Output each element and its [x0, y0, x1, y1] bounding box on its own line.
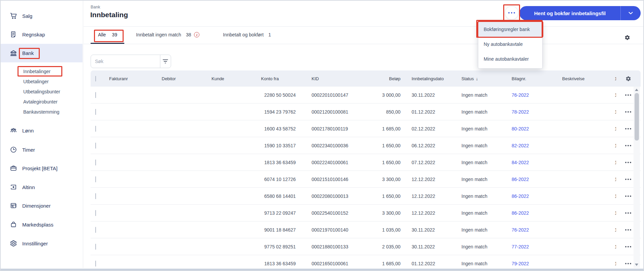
row-actions-button[interactable] [624, 92, 632, 98]
cell-belop: 2 035,00 [382, 244, 401, 249]
sidebar-subitem-innbetalinger[interactable]: Innbetalinger [23, 67, 51, 76]
column-settings-gear-icon[interactable] [624, 35, 630, 40]
cell-kid: 00021650100061 [298, 261, 360, 266]
column-header-belop[interactable]: Beløp [389, 76, 400, 81]
column-header-beskrivelse[interactable]: Beskrivelse [551, 76, 602, 81]
search-input[interactable] [91, 59, 160, 64]
more-actions-button[interactable] [505, 6, 518, 20]
row-checkbox[interactable] [95, 109, 96, 115]
bilagnr-link[interactable]: 86-2022 [512, 177, 529, 182]
row-actions-button[interactable] [624, 244, 632, 249]
table-body: 2280 50 50024 00022010100147 3 000,00 30… [91, 87, 641, 271]
row-actions-button[interactable] [624, 210, 632, 216]
cell-konto-fra: 1813 36 63459 [264, 261, 298, 266]
sidebar-item-innstillinger[interactable]: Innstillinger [1, 237, 83, 249]
bilagnr-link[interactable]: 76-2022 [512, 92, 529, 98]
row-checkbox[interactable] [95, 159, 96, 165]
sidebar-item-label: Altinn [22, 184, 35, 190]
column-header-debitor[interactable]: Debitor [162, 76, 212, 81]
tab-label: Alle [98, 32, 106, 37]
sort-descending-icon: ↓ [476, 76, 478, 81]
table-row: 1600 43 58752 00021780100119 1 685,00 02… [91, 120, 641, 137]
cell-konto-fra: 9713 22 09247 [264, 210, 298, 216]
cell-konto-fra: 6074 10 12726 [264, 177, 298, 182]
scroll-down-arrow-icon[interactable] [635, 264, 638, 266]
row-checkbox[interactable] [95, 193, 96, 199]
column-header-fakturanr[interactable]: Fakturanr [109, 76, 162, 81]
cell-belop: 3 000,00 [382, 92, 401, 98]
sidebar-item-prosjekt[interactable]: Prosjekt [BETA] [1, 162, 83, 174]
vertical-scrollbar[interactable] [634, 87, 640, 268]
row-actions-button[interactable] [624, 261, 632, 266]
tab-innbetalt-og-bokfort[interactable]: Innbetalt og bokført 1 [223, 32, 271, 37]
column-header-bilagnr[interactable]: Bilagnr. [501, 76, 551, 81]
sidebar-item-timer[interactable]: Timer [1, 144, 83, 156]
bilagnr-link[interactable]: 80-2022 [512, 126, 529, 131]
horizontal-scrollbar[interactable] [1, 269, 643, 270]
column-header-innbetalingsdato[interactable]: Innbetalingsdato [400, 76, 450, 81]
payments-table: Fakturanr Debitor Kunde Konto fra KID Be… [91, 70, 641, 271]
menu-item-bokforingsregler-bank[interactable]: Bokføringsregler bank [478, 22, 542, 37]
row-actions-button[interactable] [624, 109, 632, 115]
cell-belop: 1 035,00 [382, 227, 401, 233]
bilagnr-link[interactable]: 86-2022 [512, 210, 529, 216]
cell-innbetalingsdato: 12.12.2022 [400, 210, 450, 216]
column-header-konto-fra[interactable]: Konto fra [261, 76, 298, 81]
menu-item-ny-autobankavtale[interactable]: Ny autobankavtale [478, 37, 542, 52]
sidebar-subitem-bankavstemming[interactable]: Bankavstemming [23, 108, 59, 116]
bilagnr-link[interactable]: 84-2022 [512, 160, 529, 165]
sidebar-item-regnskap[interactable]: Regnskap [1, 28, 83, 40]
filter-button[interactable] [160, 55, 171, 68]
scrollbar-thumb[interactable] [635, 93, 639, 141]
shopping-bag-icon [9, 220, 18, 229]
bilagnr-link[interactable]: 77-2022 [512, 244, 529, 249]
row-checkbox[interactable] [95, 126, 96, 132]
column-header-kunde[interactable]: Kunde [212, 76, 261, 81]
bilagnr-link[interactable]: 86-2022 [512, 193, 529, 199]
row-checkbox[interactable] [95, 143, 96, 149]
row-checkbox[interactable] [95, 261, 96, 267]
sidebar-item-altinn[interactable]: Altinn [1, 181, 83, 193]
tab-alle[interactable]: Alle 39 [98, 32, 117, 37]
sidebar-item-lonn[interactable]: Lønn [1, 124, 83, 137]
scroll-up-arrow-icon[interactable] [635, 89, 638, 91]
bilagnr-link[interactable]: 82-2022 [512, 143, 529, 148]
row-actions-button[interactable] [624, 177, 632, 182]
tab-innbetalt-ingen-match[interactable]: Innbetalt ingen match 38 i [136, 32, 199, 37]
row-actions-button[interactable] [624, 126, 632, 131]
row-checkbox[interactable] [95, 244, 96, 250]
bilagnr-link[interactable]: 76-2022 [512, 227, 529, 233]
table-settings-gear-icon[interactable] [625, 76, 631, 82]
sidebar-item-markedsplass[interactable]: Markedsplass [1, 218, 83, 231]
bilagnr-link[interactable]: 78-2022 [512, 109, 529, 115]
sidebar-subitem-label: Avtalegirobunter [23, 99, 58, 104]
sidebar-item-salg[interactable]: Salg [1, 10, 83, 22]
cell-konto-fra: 9775 02 89251 [264, 244, 298, 249]
row-actions-button[interactable] [624, 227, 632, 233]
column-header-kid[interactable]: KID [298, 76, 360, 81]
row-actions-button[interactable] [624, 193, 632, 199]
row-checkbox[interactable] [95, 227, 96, 233]
row-checkbox[interactable] [95, 176, 96, 182]
row-actions-button[interactable] [624, 160, 632, 165]
chevron-down-icon[interactable] [621, 12, 641, 14]
cell-innbetalingsdato: 01.12.2022 [400, 109, 450, 115]
fetch-and-post-paymentfile-button[interactable]: Hent og bokfør innbetalingsfil [519, 6, 641, 20]
bilagnr-link[interactable]: 79-2022 [512, 261, 529, 266]
menu-item-mine-autobankavtaler[interactable]: Mine autobankavtaler [478, 52, 542, 66]
sidebar-subitem-avtalegirobunter[interactable]: Avtalegirobunter [23, 98, 58, 106]
column-header-status[interactable]: Status↓ [450, 76, 501, 81]
sidebar-subitem-utbetalinger[interactable]: Utbetalinger [23, 78, 49, 86]
cell-innbetalingsdato: 01.12.2022 [400, 261, 450, 266]
row-checkbox[interactable] [95, 210, 96, 216]
sidebar-subitem-utbetalingsbunter[interactable]: Utbetalingsbunter [23, 88, 60, 96]
cell-kid: 00021780100119 [298, 126, 360, 131]
cell-belop: 1 650,00 [382, 143, 401, 148]
row-checkbox[interactable] [95, 92, 96, 98]
row-actions-button[interactable] [624, 143, 632, 148]
sidebar-item-dimensjoner[interactable]: Dimensjoner [1, 200, 83, 212]
select-all-checkbox[interactable] [95, 76, 96, 82]
sidebar-item-bank[interactable]: Bank [1, 44, 83, 62]
sidebar-item-label: Salg [22, 13, 32, 19]
cell-kid: 00022080100013 [298, 193, 360, 199]
